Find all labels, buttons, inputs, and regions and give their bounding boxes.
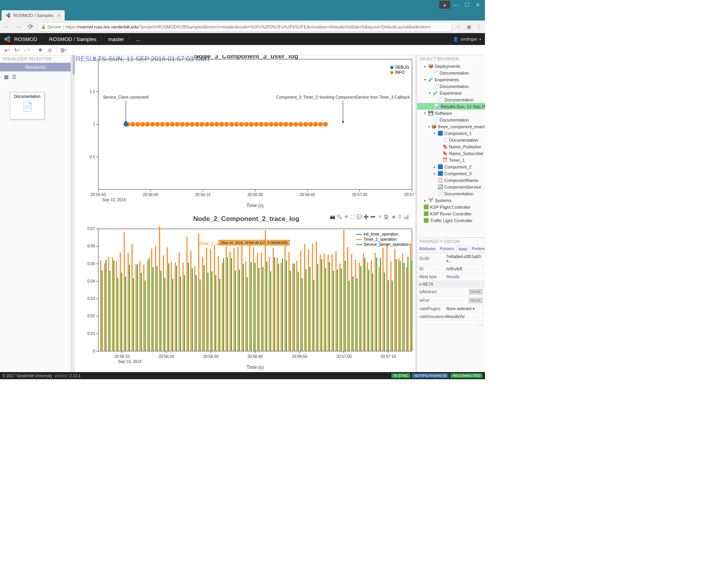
tree-node[interactable]: 🟩Traffic Light Controller	[417, 217, 485, 224]
reload-icon[interactable]: ⟳	[26, 22, 35, 31]
property-tab[interactable]: Preferences	[470, 245, 485, 253]
tree-node[interactable]: 📄Documentation	[417, 83, 485, 90]
tab-close-icon[interactable]: ×	[58, 12, 61, 19]
tree-node[interactable]: 🟩KSP Flight Controller	[417, 204, 485, 210]
user-menu[interactable]: 👤 emfinger ▾	[453, 37, 481, 42]
tree-node[interactable]: 🔄ComponentService	[417, 183, 485, 190]
chart-tool-icon[interactable]: ◀	[390, 214, 396, 219]
property-tab[interactable]: Pointers	[438, 245, 456, 253]
back-icon[interactable]: ←	[2, 22, 11, 31]
crosshair-button[interactable]: ✥	[36, 46, 45, 54]
right-panel: OBJECT BROWSER ▸📦Deployments📄Documentati…	[417, 55, 485, 372]
tree-node[interactable]: ▾🧪Experiments	[417, 76, 485, 83]
svg-rect-285	[359, 263, 360, 351]
crumb-item[interactable]: ...	[136, 36, 140, 42]
tree-node[interactable]: 📋ComponentName	[417, 177, 485, 183]
property-tab[interactable]: Meta	[456, 245, 470, 253]
star-icon[interactable]: ☆	[455, 24, 462, 30]
secure-lock-icon[interactable]: 🔒 Secure	[41, 24, 61, 29]
chart-tool-icon[interactable]: 🔍	[337, 214, 342, 219]
tree-expander-icon[interactable]: ▾	[428, 91, 432, 95]
crumb-item[interactable]: ROSMOD / Samples	[49, 36, 97, 42]
crumb-item[interactable]: master	[108, 36, 124, 42]
svg-point-117	[323, 122, 328, 127]
tree-node[interactable]: 📄Documentation	[417, 69, 485, 76]
tree-node[interactable]: ▸🟦Component_2	[417, 163, 485, 170]
tree-node[interactable]: ▾🧪Experiment	[417, 90, 485, 96]
close-icon[interactable]: ✕	[472, 1, 483, 9]
svg-rect-242	[274, 257, 275, 351]
tree-node[interactable]: 📄Documentation	[417, 190, 485, 197]
menu-icon[interactable]: ⋮	[475, 24, 483, 30]
tree-expander-icon[interactable]: ▾	[433, 131, 436, 135]
svg-rect-277	[343, 230, 344, 351]
chart-tool-icon[interactable]: ➕	[363, 214, 369, 219]
maximize-icon[interactable]: ☐	[461, 1, 472, 9]
chart-tool-icon[interactable]: ✥	[343, 214, 349, 219]
crumb-item[interactable]: ROSMOD	[14, 36, 37, 42]
tree-node[interactable]: 📊Results-Sun, 11 Sep 20	[417, 103, 485, 110]
list-view-icon[interactable]: ☰	[12, 74, 17, 80]
url-bar[interactable]: 🔒 Secure | https://rosmod.rcps.isis.vand…	[38, 22, 452, 32]
tree-expander-icon[interactable]: ▾	[423, 111, 427, 115]
scrollbar[interactable]	[73, 55, 75, 372]
status-badge[interactable]: NOTIFICATIONS [0]	[412, 373, 449, 378]
tree-node[interactable]: 🔖Name_Subscriber	[417, 150, 485, 157]
chart-tool-icon[interactable]: ☰	[397, 214, 402, 219]
property-tab[interactable]: Attributes	[417, 245, 438, 253]
tree-expander-icon[interactable]: ▸	[433, 165, 436, 169]
extension-icon[interactable]: ▣	[465, 24, 472, 30]
thumbnail-documentation[interactable]: Documentation 📄	[10, 92, 45, 120]
property-section-header[interactable]: ▾ META	[417, 281, 485, 288]
tree-node-icon: 🔖	[442, 144, 448, 150]
chart-tool-icon[interactable]: 📊	[404, 214, 409, 219]
tree-node[interactable]: 🟩KSP Rover Controller	[417, 210, 485, 217]
tree-expander-icon[interactable]: ▾	[428, 125, 430, 129]
tree-expander-icon[interactable]: ▸	[423, 64, 427, 68]
tree-node[interactable]: 📄Documentation	[417, 96, 485, 103]
property-key: validPlugins	[419, 307, 446, 311]
visualizer-selected[interactable]: ResultsViz	[0, 63, 71, 71]
play-button[interactable]: ▶	[3, 46, 12, 54]
tree-node-icon: 💾	[428, 110, 434, 116]
tree-expander-icon[interactable]: ▾	[423, 78, 427, 82]
chart-tool-icon[interactable]: ➖	[370, 214, 376, 219]
grid-view-icon[interactable]: ▦	[4, 74, 9, 80]
burn-button[interactable]: ♨	[22, 46, 31, 54]
scrollbar-thumb[interactable]	[73, 55, 75, 75]
status-badge[interactable]: IN SYNC	[391, 373, 411, 378]
layout-button[interactable]: ▥	[59, 46, 68, 54]
tree-node[interactable]: ▸🟦Component_3	[417, 170, 485, 177]
tree-node[interactable]: ▾💾Software	[417, 110, 485, 116]
tree-node[interactable]: 📄Documentation	[417, 137, 485, 143]
tree-node[interactable]: ⏰Timer_1	[417, 157, 485, 163]
property-value[interactable]: Results	[446, 275, 483, 279]
tree-node[interactable]: ▾📦three_component_exampl	[417, 123, 485, 130]
more-icon[interactable]: ...	[417, 321, 485, 327]
tree-expander-icon[interactable]: ▸	[433, 172, 436, 176]
browser-tab-active[interactable]: ROSMOD / Samples ×	[2, 10, 65, 21]
boolean-badge[interactable]: FALSE	[469, 298, 483, 303]
svg-rect-232	[255, 263, 256, 351]
svg-text:20:57:15: 20:57:15	[404, 193, 415, 197]
refresh-button[interactable]: ↻	[13, 46, 21, 54]
chart-tool-icon[interactable]: 💬	[357, 214, 362, 219]
tree-node[interactable]: 🔖Name_Publisher	[417, 143, 485, 150]
boolean-badge[interactable]: FALSE	[469, 289, 483, 294]
target-button[interactable]: ◎	[45, 46, 54, 54]
tree-node[interactable]: ▸📦Deployments	[417, 63, 485, 69]
svg-rect-271	[331, 254, 333, 351]
chart-tool-icon[interactable]: 📷	[330, 214, 335, 219]
chart-tool-icon[interactable]: ⛶	[350, 214, 356, 219]
chart-tool-icon[interactable]: 🏠	[384, 214, 389, 219]
tree-expander-icon[interactable]: ▸	[423, 198, 427, 202]
chart-tool-icon[interactable]: ✕	[377, 214, 382, 219]
user-menu-icon[interactable]: ▲	[439, 1, 450, 9]
tree-node[interactable]: ▸✂️Systems	[417, 197, 485, 204]
status-badge[interactable]: RECONNECTED	[450, 373, 483, 378]
minimize-icon[interactable]: —	[450, 1, 461, 9]
tree-node[interactable]: ▾🟦Component_1	[417, 130, 485, 137]
property-value[interactable]: None selected ▾	[446, 307, 475, 311]
tree-node[interactable]: 📄Documentation	[417, 116, 485, 123]
svg-text:20:57:00: 20:57:00	[336, 354, 352, 359]
